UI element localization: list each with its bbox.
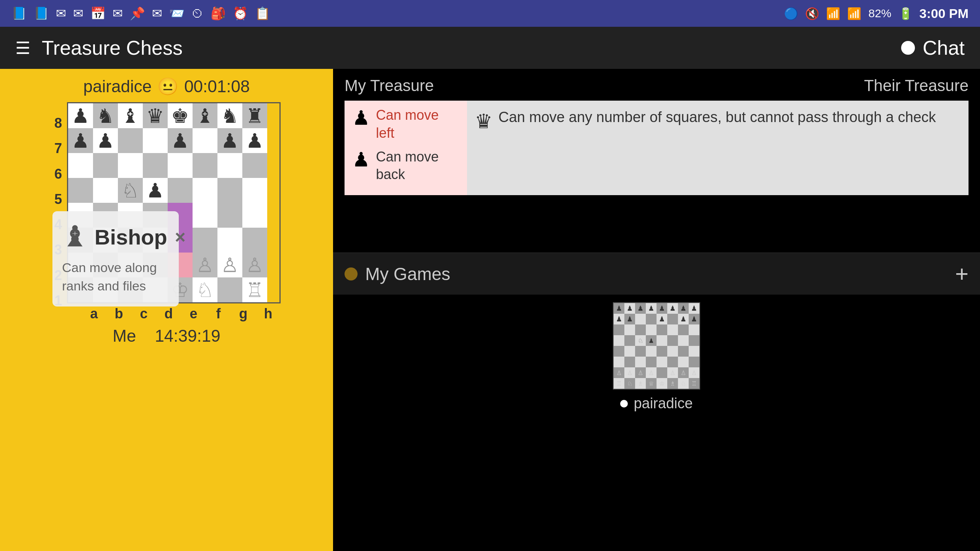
mini-b6 xyxy=(624,324,635,335)
opponent-timer: 00:01:08 xyxy=(184,77,250,96)
file-c: c xyxy=(131,306,156,322)
cell-f5[interactable] xyxy=(193,178,217,203)
cell-h4[interactable] xyxy=(242,203,267,228)
treasure-piece-2: ♟ xyxy=(352,148,370,171)
cell-f2[interactable]: ♙ xyxy=(193,253,217,277)
cell-c7[interactable] xyxy=(118,128,143,153)
mini-h2: ♙ xyxy=(689,367,699,378)
mini-g1: ♘ xyxy=(678,378,689,389)
black-box xyxy=(345,195,467,253)
mini-player-name: pairadice xyxy=(634,395,693,412)
cell-h1[interactable]: ♖ xyxy=(242,277,267,302)
cell-e7[interactable]: ♟ xyxy=(168,128,193,153)
battery-text: 82% xyxy=(868,7,891,20)
chat-button[interactable]: Chat xyxy=(923,36,965,59)
cell-h6[interactable] xyxy=(242,153,267,178)
mini-d6 xyxy=(646,324,657,335)
app-bar: ☰ Treasure Chess Chat xyxy=(0,27,980,69)
cell-e5[interactable] xyxy=(168,178,193,203)
cell-d8[interactable]: ♛ xyxy=(143,103,168,128)
cell-a7[interactable]: ♟ xyxy=(68,128,93,153)
mini-d5: ♟ xyxy=(646,335,657,346)
mini-g3 xyxy=(678,357,689,367)
cell-g5[interactable] xyxy=(217,178,242,203)
their-treasure-header: Their Treasure xyxy=(864,77,969,95)
cell-g4[interactable] xyxy=(217,203,242,228)
their-piece-icon: ♛ xyxy=(475,106,493,136)
cell-d7[interactable] xyxy=(143,128,168,153)
cell-f8[interactable]: ♝ xyxy=(193,103,217,128)
cell-b5[interactable] xyxy=(93,178,118,203)
mini-h1: ♖ xyxy=(689,378,699,389)
cell-c6[interactable] xyxy=(118,153,143,178)
bishop-close-button[interactable]: × xyxy=(175,227,186,248)
cell-f6[interactable] xyxy=(193,153,217,178)
cell-b8[interactable]: ♞ xyxy=(93,103,118,128)
cell-e8[interactable]: ♚ xyxy=(168,103,193,128)
clipboard-icon: 📋 xyxy=(255,6,270,21)
status-icons-right: 🔵 🔇 📶 📶 82% 🔋 3:00 PM xyxy=(784,6,969,21)
cell-a6[interactable] xyxy=(68,153,93,178)
mini-f3 xyxy=(667,357,678,367)
my-games-label: My Games xyxy=(365,264,947,284)
mute-icon: 🔇 xyxy=(805,7,819,20)
bishop-name: Bishop xyxy=(95,225,167,249)
alarm-icon: ⏰ xyxy=(233,6,248,21)
rank-8: 8 xyxy=(52,115,64,131)
cell-g1[interactable] xyxy=(217,277,242,302)
package-icon: 🎒 xyxy=(211,6,226,21)
rank-6: 6 xyxy=(52,166,64,182)
cell-a8[interactable]: ♟ xyxy=(68,103,93,128)
file-a: a xyxy=(82,306,106,322)
mini-h6 xyxy=(689,324,699,335)
mini-g5 xyxy=(678,335,689,346)
file-labels: a b c d e f g h xyxy=(82,306,281,322)
signal-icon: 📶 xyxy=(847,7,861,20)
my-games-section[interactable]: My Games + xyxy=(333,253,980,295)
cell-g6[interactable] xyxy=(217,153,242,178)
battery-icon: 🔋 xyxy=(898,7,913,20)
calendar-icon: 📅 xyxy=(90,6,106,21)
cell-c8[interactable]: ♝ xyxy=(118,103,143,128)
cell-f3[interactable] xyxy=(193,228,217,253)
cell-h3[interactable] xyxy=(242,228,267,253)
bishop-popup-title: ♝ Bishop × xyxy=(62,221,169,253)
cell-h2[interactable]: ♙ xyxy=(242,253,267,277)
me-info: Me 14:39:19 xyxy=(113,326,220,346)
cell-b6[interactable] xyxy=(93,153,118,178)
facebook-icon-2: 📘 xyxy=(34,6,49,21)
treasure-piece-1: ♟ xyxy=(352,106,370,129)
mail-icon-2: ✉ xyxy=(73,6,83,21)
cell-f1[interactable]: ♘ xyxy=(193,277,217,302)
rank-5: 5 xyxy=(52,191,64,207)
cell-g3[interactable] xyxy=(217,228,242,253)
mini-g4 xyxy=(678,346,689,357)
cell-c5[interactable]: ♘ xyxy=(118,178,143,203)
cell-f4[interactable] xyxy=(193,203,217,228)
cell-d5[interactable]: ♟ xyxy=(143,178,168,203)
cell-g2[interactable]: ♙ xyxy=(217,253,242,277)
mini-a1: ♖ xyxy=(614,378,624,389)
cell-d6[interactable] xyxy=(143,153,168,178)
add-game-button[interactable]: + xyxy=(955,261,969,287)
cell-h7[interactable]: ♟ xyxy=(242,128,267,153)
mini-chess-board[interactable]: ♟ ♟ ♟ ♟ ♟ ♟ ♟ ♟ ♟ ♟ ♟ ♟ ♟ xyxy=(613,302,700,390)
cell-e6[interactable] xyxy=(168,153,193,178)
mini-e8: ♟ xyxy=(657,303,667,314)
mini-e7: ♟ xyxy=(657,314,667,324)
cell-b7[interactable]: ♟ xyxy=(93,128,118,153)
cell-h8[interactable]: ♜ xyxy=(242,103,267,128)
mini-e2 xyxy=(657,367,667,378)
cell-a5[interactable] xyxy=(68,178,93,203)
mini-c8: ♟ xyxy=(635,303,646,314)
file-g: g xyxy=(231,306,256,322)
treasure-content: ♟ Can move left ♟ Can move back ♛ Can mo… xyxy=(345,101,969,195)
mini-b1: ♘ xyxy=(624,378,635,389)
cell-g8[interactable]: ♞ xyxy=(217,103,242,128)
mini-c5: ♘ xyxy=(635,335,646,346)
menu-hamburger-icon[interactable]: ☰ xyxy=(15,38,30,58)
cell-h5[interactable] xyxy=(242,178,267,203)
cell-f7[interactable] xyxy=(193,128,217,153)
cell-g7[interactable]: ♟ xyxy=(217,128,242,153)
mini-b7: ♟ xyxy=(624,314,635,324)
